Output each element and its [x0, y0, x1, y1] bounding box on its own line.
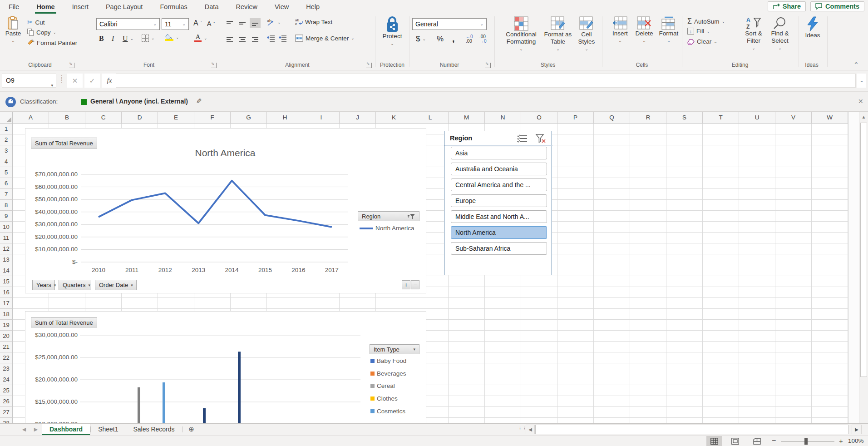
autosum-button[interactable]: Σ AutoSum ⌄ [687, 17, 725, 25]
page-break-preview-button[interactable] [749, 436, 764, 446]
row-header-16[interactable]: 16 [0, 287, 13, 298]
slicer-item-central-america-and-the[interactable]: Central America and the ... [451, 178, 547, 191]
underline-button[interactable]: U⌄ [123, 35, 133, 43]
column-header-O[interactable]: O [521, 112, 557, 124]
column-header-C[interactable]: C [85, 112, 122, 124]
increase-indent-button[interactable] [279, 35, 287, 42]
collapse-ribbon-chevron[interactable]: ⌃ [853, 61, 859, 68]
row-header-14[interactable]: 14 [0, 265, 13, 276]
row-header-17[interactable]: 17 [0, 298, 13, 309]
chart2-bar[interactable] [138, 387, 140, 423]
column-header-N[interactable]: N [485, 112, 521, 124]
column-header-D[interactable]: D [122, 112, 158, 124]
font-dialog-launcher[interactable] [211, 63, 217, 68]
chart2-bar[interactable] [238, 352, 241, 423]
chart1-series-line[interactable] [99, 181, 332, 227]
cut-button[interactable]: ✂ Cut [27, 18, 45, 26]
zoom-slider-thumb[interactable] [804, 438, 808, 445]
conditional-formatting-button[interactable]: Conditional Formatting ⌄ [500, 16, 542, 53]
copy-button[interactable]: Copy ⌄ [27, 29, 56, 36]
row-header-7[interactable]: 7 [0, 189, 13, 200]
paste-button[interactable]: Paste ⌄ [4, 16, 23, 45]
number-format-select[interactable]: General⌄ [412, 18, 487, 30]
classification-edit-pencil-icon[interactable]: ✎ [196, 97, 202, 105]
scroll-up-arrow[interactable]: ▲ [859, 114, 868, 119]
align-bottom-button[interactable] [250, 18, 261, 28]
fill-button[interactable]: ↓ Fill ⌄ [687, 28, 710, 35]
chart1-field-button-years[interactable]: Years▾ [32, 280, 55, 290]
vertical-scroll-thumb[interactable] [860, 123, 867, 377]
slicer-clear-filter-icon[interactable] [535, 134, 546, 143]
sheet-nav-right-arrow[interactable]: ▶ [30, 424, 42, 435]
insert-function-button[interactable]: fx [102, 74, 117, 88]
row-header-2[interactable]: 2 [0, 134, 13, 145]
accounting-format-button[interactable]: $ ⌄ [416, 35, 426, 44]
ribbon-tab-review[interactable]: Review [227, 0, 266, 15]
slicer-multiselect-icon[interactable] [517, 134, 528, 143]
sheet-nav-left-arrow[interactable]: ◀ [18, 424, 30, 435]
ribbon-tab-page-layout[interactable]: Page Layout [97, 0, 151, 15]
slicer-item-europe[interactable]: Europe [451, 194, 547, 207]
chart1-legend-field-button[interactable]: Region [358, 211, 419, 221]
column-header-U[interactable]: U [739, 112, 775, 124]
row-header-9[interactable]: 9 [0, 211, 13, 222]
namebox-resize-handle[interactable]: ⋮⋮ [59, 76, 64, 82]
align-top-button[interactable] [224, 18, 235, 28]
decrease-font-button[interactable]: Aˇ [207, 20, 215, 27]
row-header-5[interactable]: 5 [0, 167, 13, 178]
delete-cells-button[interactable]: Delete ⌄ [633, 16, 656, 45]
zoom-in-button[interactable]: + [839, 437, 843, 445]
format-cells-button[interactable]: Format ⌄ [657, 16, 680, 45]
region-slicer[interactable]: Region AsiaAustralia and OceaniaCentral … [444, 131, 552, 275]
formula-bar-expand-chevron[interactable]: ⌄ [857, 74, 866, 88]
column-header-P[interactable]: P [557, 112, 594, 124]
slicer-item-north-america[interactable]: North America [451, 226, 547, 239]
font-color-button[interactable]: A ⌄ [194, 34, 207, 42]
column-header-Q[interactable]: Q [594, 112, 630, 124]
row-header-21[interactable]: 21 [0, 342, 13, 352]
ribbon-tab-insert[interactable]: Insert [64, 0, 97, 15]
alignment-dialog-launcher[interactable] [366, 63, 372, 68]
column-header-B[interactable]: B [49, 112, 85, 124]
sheet-tab-sheet1[interactable]: Sheet1 [91, 424, 125, 435]
column-header-G[interactable]: G [231, 112, 267, 124]
decrease-indent-button[interactable] [267, 35, 275, 42]
ideas-button[interactable]: Ideas [800, 16, 825, 39]
row-header-20[interactable]: 20 [0, 331, 13, 342]
ribbon-tab-data[interactable]: Data [196, 0, 227, 15]
align-center-button[interactable] [237, 35, 248, 45]
row-header-12[interactable]: 12 [0, 243, 13, 254]
ribbon-tab-formulas[interactable]: Formulas [151, 0, 196, 15]
slicer-item-middle-east-and-north-a[interactable]: Middle East and North A... [451, 210, 547, 223]
column-header-T[interactable]: T [703, 112, 739, 124]
hscroll-left-arrow[interactable]: ◀ [526, 425, 535, 434]
column-header-E[interactable]: E [158, 112, 194, 124]
fill-color-button[interactable]: ⌄ [165, 34, 179, 41]
formula-input[interactable] [116, 74, 856, 88]
chart-collapse-button[interactable]: − [411, 280, 419, 289]
column-header-H[interactable]: H [267, 112, 303, 124]
classification-close-icon[interactable]: ✕ [858, 98, 863, 105]
chart2-legend-field-button[interactable]: Item Type ▾ [370, 344, 419, 354]
row-header-4[interactable]: 4 [0, 156, 13, 167]
name-box[interactable]: O9 ▾ [2, 74, 56, 88]
row-header-22[interactable]: 22 [0, 352, 13, 363]
page-layout-view-button[interactable] [727, 436, 743, 446]
column-header-F[interactable]: F [194, 112, 231, 124]
column-header-K[interactable]: K [376, 112, 412, 124]
wrap-text-button[interactable]: abc Wrap Text [295, 18, 332, 25]
chart1-field-button-order-date[interactable]: Order Date▾ [95, 280, 137, 290]
row-header-15[interactable]: 15 [0, 276, 13, 287]
confirm-entry-button[interactable]: ✓ [84, 74, 100, 88]
zoom-slider-track[interactable] [781, 441, 834, 441]
slicer-item-australia-and-oceania[interactable]: Australia and Oceania [451, 163, 547, 175]
insert-cells-button[interactable]: Insert ⌄ [609, 16, 631, 45]
zoom-out-button[interactable]: − [772, 436, 776, 445]
ribbon-tab-file[interactable]: File [0, 0, 28, 15]
chart2-bar[interactable] [203, 408, 206, 423]
decrease-decimal-button[interactable]: .00→0 [479, 35, 487, 44]
ribbon-tab-help[interactable]: Help [297, 0, 328, 15]
percent-style-button[interactable]: % [437, 35, 444, 44]
bar-chart[interactable]: Sum of Total Revenue $30,000,000.00$25,0… [25, 311, 426, 423]
row-header-8[interactable]: 8 [0, 200, 13, 211]
